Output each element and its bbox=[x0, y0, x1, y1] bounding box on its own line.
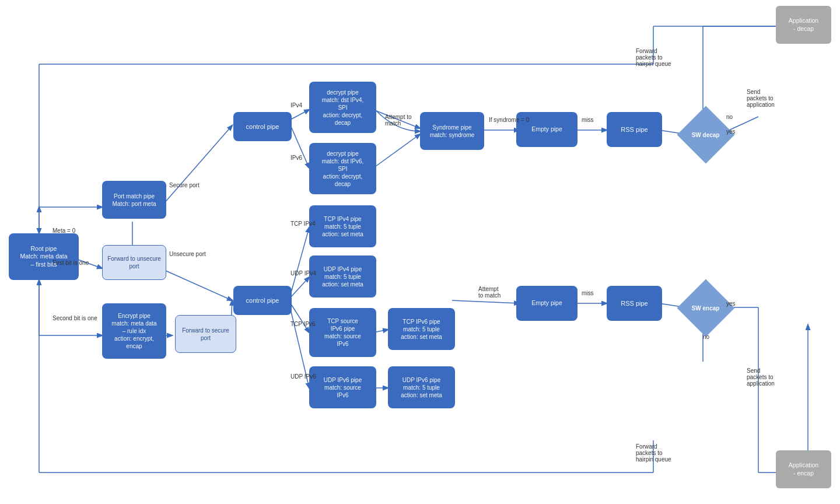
forward-secure: Forward to secure port bbox=[175, 315, 236, 353]
label-miss-bottom: miss bbox=[582, 290, 594, 296]
tcp-ipv6-pipe: TCP IPv6 pipe match: 5 tuple action: set… bbox=[388, 308, 455, 350]
label-tcp-ipv4: TCP IPv4 bbox=[290, 220, 316, 227]
svg-line-11 bbox=[290, 125, 309, 168]
svg-line-10 bbox=[290, 110, 309, 120]
label-no-bottom: no bbox=[703, 334, 709, 340]
svg-line-25 bbox=[290, 277, 309, 298]
label-send-app-bottom: Send packets to application bbox=[747, 368, 775, 387]
label-udp-ipv6: UDP IPv6 bbox=[290, 373, 316, 380]
svg-line-13 bbox=[373, 134, 420, 168]
udp-ipv4-pipe: UDP IPv4 pipe match: 5 tuple action: set… bbox=[309, 256, 376, 298]
label-first-bit: First bit is one bbox=[52, 260, 89, 266]
label-fwd-hairpin-top: Forward packets to hairpin queue bbox=[636, 48, 671, 67]
label-secure-port: Secure port bbox=[169, 182, 200, 188]
label-yes-bottom: yes bbox=[726, 300, 736, 307]
udp-ipv6-right: UDP IPv6 pipe match: 5 tuple action: set… bbox=[388, 366, 455, 408]
label-meta0: Meta = 0 bbox=[52, 228, 75, 234]
rss-pipe-bottom: RSS pipe bbox=[607, 286, 662, 321]
app-encap: Application - encap bbox=[776, 450, 831, 488]
decrypt-ipv4: decrypt pipe match: dst IPv4, SPI action… bbox=[309, 82, 376, 133]
app-decap: Application - decap bbox=[776, 6, 831, 44]
encrypt-pipe: Encrypt pipe match: meta data – rule idx… bbox=[102, 303, 166, 359]
syndrome-pipe: Syndrome pipe match: syndrome bbox=[420, 112, 484, 150]
svg-line-30 bbox=[452, 300, 519, 303]
label-tcp-ipv6: TCP IPv6 bbox=[290, 321, 316, 327]
label-no-top: no bbox=[726, 114, 733, 120]
label-fwd-hairpin-bottom: Forward packets to hairpin queue bbox=[636, 443, 671, 463]
label-unsecure-port: Unsecure port bbox=[169, 251, 206, 257]
root-pipe: Root pipe Match: meta data – first bits bbox=[9, 233, 79, 280]
svg-line-24 bbox=[290, 228, 309, 295]
udp-ipv6-left: UDP IPv6 pipe match: source IPv6 bbox=[309, 366, 376, 408]
label-miss-top: miss bbox=[582, 117, 594, 123]
label-if-syndrome: If syndrome = 0 bbox=[489, 117, 529, 123]
label-attempt-match-bottom: Attempt to match bbox=[478, 286, 501, 299]
label-yes-top: yes bbox=[726, 128, 736, 135]
svg-line-9 bbox=[160, 268, 232, 300]
svg-line-6 bbox=[163, 125, 232, 204]
label-attempt-match-top: Attempt to match bbox=[385, 114, 412, 127]
sw-encap: SW encap bbox=[677, 279, 735, 337]
label-ipv6: IPv6 bbox=[290, 155, 302, 161]
control-pipe-bottom: control pipe bbox=[233, 286, 292, 315]
label-ipv4: IPv4 bbox=[290, 102, 302, 108]
tcp-ipv4-pipe: TCP IPv4 pipe match: 5 tuple action: set… bbox=[309, 205, 376, 247]
empty-pipe-bottom: Empty pipe bbox=[516, 286, 578, 321]
svg-line-26 bbox=[290, 303, 309, 332]
diagram: Root pipe Match: meta data – first bits … bbox=[0, 0, 840, 504]
forward-unsecure: Forward to unsecure port bbox=[102, 245, 166, 280]
rss-pipe-top: RSS pipe bbox=[607, 112, 662, 147]
label-send-app-top: Send packets to application bbox=[747, 89, 775, 108]
label-udp-ipv4: UDP IPv4 bbox=[290, 270, 316, 276]
tcp-source-ipv6: TCP source IPv6 pipe match: source IPv6 bbox=[309, 308, 376, 357]
port-match-pipe: Port match pipe Match: port meta bbox=[102, 181, 166, 219]
decrypt-ipv6: decrypt pipe match: dst IPv6, SPI action… bbox=[309, 143, 376, 194]
label-second-bit: Second bit is one bbox=[52, 315, 97, 321]
control-pipe-top: control pipe bbox=[233, 112, 292, 141]
